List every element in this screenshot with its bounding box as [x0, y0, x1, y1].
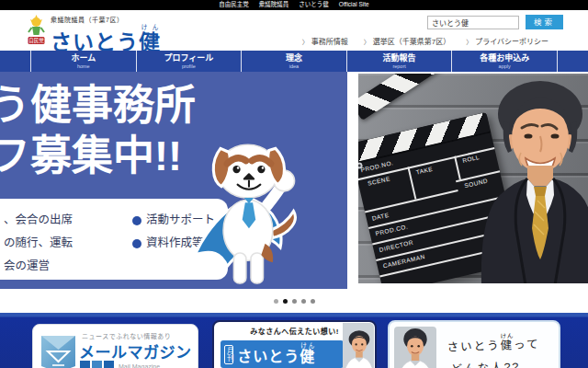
mail-subtitle: Mail Magazine: [119, 363, 160, 368]
nav-item-report[interactable]: 活動報告 report: [346, 51, 452, 72]
mail-logo-blocks: [80, 361, 114, 368]
monthly-title-box: 月刊 さいとう健けん: [220, 340, 344, 368]
main-nav: ホーム home プロフィール profile 理念 idea 活動報告 rep…: [0, 51, 588, 72]
hero-headline: う健事務所 フ募集中!!: [0, 81, 196, 182]
hero-banner-staff-recruit[interactable]: う健事務所 フ募集中!! 、会合の出席 の随行、運転 会の運営 活動サポート: [0, 72, 347, 289]
link-privacy-policy[interactable]: 〉 プライバシーポリシー: [466, 36, 548, 46]
topbar-official: Official Site: [339, 2, 369, 8]
nav-item-apply[interactable]: 各種お申込み apply: [451, 51, 558, 72]
link-district[interactable]: 〉 選挙区（千葉県第7区）: [364, 36, 450, 46]
site-search: 検索: [427, 15, 563, 29]
mail-magazine-banner[interactable]: ニュースでふれない情報あり メールマガジン Mail Magazine: [32, 324, 198, 368]
topbar-name: さいとう健: [299, 2, 329, 8]
link-office-info[interactable]: 〉 事務所情報: [302, 36, 348, 46]
site-logo[interactable]: 自民党 衆議院議員（千葉7区） さいとう健けん: [27, 15, 161, 53]
carousel-dot-3[interactable]: [292, 299, 297, 304]
duties-left-column: 、会合の出席 の随行、運転 会の運営: [4, 209, 132, 280]
carousel-dot-5[interactable]: [311, 299, 315, 304]
search-input[interactable]: [427, 16, 519, 29]
carousel-dot-4[interactable]: [301, 299, 306, 304]
hero-photo-clapperboard[interactable]: PROD.NO. SCENE TAKE ROLL SOUND DATE PROD…: [358, 72, 588, 283]
party-mascot-icon: 自民党: [27, 15, 46, 45]
topbar-title: 衆議院議員: [259, 2, 289, 8]
chevron-right-icon: 〉: [364, 37, 370, 46]
hero-carousel: う健事務所 フ募集中!! 、会合の出席 の随行、運転 会の運営 活動サポート: [0, 72, 588, 289]
footer-banner-area: ニュースでふれない情報あり メールマガジン Mail Magazine みなさん…: [0, 313, 588, 368]
svg-text:自民党: 自民党: [28, 37, 44, 44]
logo-affiliation: 衆議院議員（千葉7区）: [51, 15, 161, 24]
politician-photo: [480, 75, 588, 283]
about-ken-banner[interactable]: さいとう健けんって どんな人??: [388, 320, 560, 368]
site-header: 自民党 衆議院議員（千葉7区） さいとう健けん 検索 〉 事務所情報 〉 選挙区…: [0, 10, 588, 51]
top-utility-bar: 自由民主党 衆議院議員 さいとう健 Official Site: [0, 0, 588, 10]
monthly-name: さいとう健けん: [237, 342, 315, 366]
carousel-dot-2-active[interactable]: [283, 299, 288, 304]
monthly-badge: 月刊: [224, 345, 233, 364]
clapperboard-arm: [358, 72, 485, 121]
search-button[interactable]: 検索: [526, 15, 563, 29]
topbar-party: 自由民主党: [219, 2, 249, 8]
logo-name: さいとう健けん: [51, 24, 161, 53]
nav-item-profile[interactable]: プロフィール profile: [136, 51, 242, 72]
header-links: 〉 事務所情報 〉 選挙区（千葉県第7区） 〉 プライバシーポリシー: [302, 36, 548, 46]
monthly-magazine-banner[interactable]: みなさんへ伝えたい想い! 月刊 さいとう健けん: [212, 320, 377, 368]
mail-subtitle-row: Mail Magazine: [80, 361, 160, 368]
carousel-dots: [0, 289, 588, 313]
duty-item: 、会合の出席: [4, 209, 132, 232]
carousel-dot-1[interactable]: [274, 299, 278, 304]
duty-item: 会の運営: [4, 255, 132, 278]
nav-item-home[interactable]: ホーム home: [30, 51, 136, 72]
about-ken-text: さいとう健けんって どんな人??: [447, 331, 540, 368]
main-nav-inner: ホーム home プロフィール profile 理念 idea 活動報告 rep…: [30, 51, 558, 72]
chevron-right-icon: 〉: [466, 37, 472, 46]
duty-item: の随行、運転: [4, 232, 132, 255]
envelope-icon: [41, 331, 75, 368]
page: 自由民主党 衆議院議員 さいとう健 Official Site 自民党 衆議院議…: [0, 0, 588, 368]
politician-thumbnail: [394, 327, 436, 368]
mail-title: メールマガジン: [79, 339, 192, 362]
bullet-icon: [132, 239, 141, 248]
nav-item-idea[interactable]: 理念 idea: [241, 51, 346, 72]
dog-mascot-illustration: [193, 131, 307, 289]
chevron-right-icon: 〉: [302, 37, 309, 46]
politician-thumbnail: [343, 323, 374, 368]
bullet-icon: [132, 216, 141, 225]
